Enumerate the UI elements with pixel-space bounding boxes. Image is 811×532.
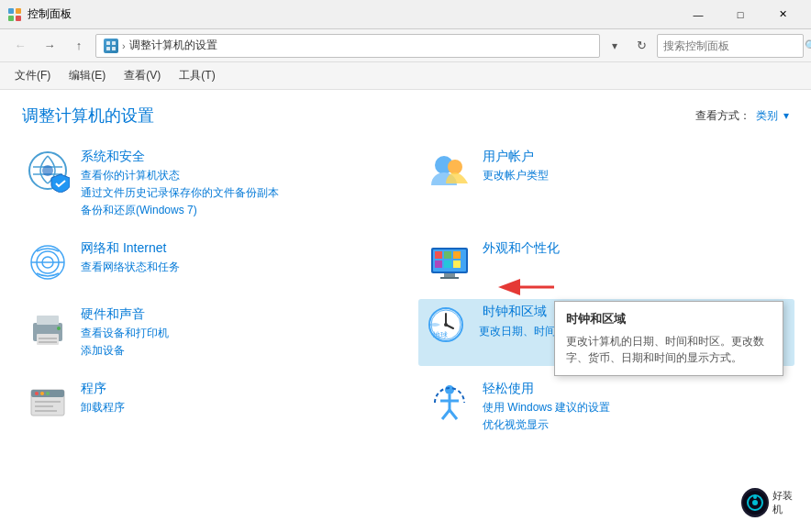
svg-point-38 [444, 323, 448, 327]
system-link-0[interactable]: 查看你的计算机状态 [81, 168, 383, 183]
minimize-button[interactable]: — [677, 0, 719, 29]
forward-button[interactable]: → [37, 33, 62, 59]
breadcrumb[interactable]: › 调整计算机的设置 [95, 34, 600, 58]
programs-link-0[interactable]: 卸载程序 [81, 400, 383, 416]
svg-point-56 [752, 500, 758, 505]
system-link-1[interactable]: 通过文件历史记录保存你的文件备份副本 [81, 185, 383, 201]
ease-info: 轻松使用 使用 Windows 建议的设置 优化视觉显示 [483, 381, 785, 433]
page-title: 调整计算机的设置 [22, 105, 154, 127]
menu-tools[interactable]: 工具(T) [172, 64, 222, 87]
tooltip-description: 更改计算机的日期、时间和时区。更改数字、货币、日期和时间的显示方式。 [566, 333, 772, 366]
svg-rect-3 [16, 16, 21, 21]
content-header: 调整计算机的设置 查看方式： 类别 ▾ [22, 105, 789, 127]
svg-point-33 [57, 327, 61, 330]
user-icon [428, 149, 472, 193]
appearance-title[interactable]: 外观和个性化 [483, 240, 785, 257]
ease-icon [428, 381, 472, 425]
svg-line-52 [450, 410, 457, 419]
tooltip-title: 时钟和区域 [566, 311, 772, 327]
svg-rect-25 [453, 260, 461, 268]
network-icon [26, 240, 70, 284]
user-info: 用户帐户 更改帐户类型 [483, 149, 785, 183]
watermark-text: 好装机 [772, 489, 800, 516]
svg-rect-47 [35, 410, 57, 412]
refresh-button[interactable]: ↻ [629, 34, 653, 58]
svg-rect-6 [106, 47, 110, 50]
category-ease: 轻松使用 使用 Windows 建议的设置 优化视觉显示 [424, 377, 789, 437]
svg-rect-22 [453, 251, 461, 259]
categories-grid: 系统和安全 查看你的计算机状态 通过文件历史记录保存你的文件备份副本 备份和还原… [22, 145, 789, 437]
category-appearance: 外观和个性化 [424, 237, 789, 288]
hardware-icon [26, 306, 70, 350]
search-box[interactable]: 🔍 [657, 34, 804, 58]
svg-point-44 [46, 392, 50, 395]
svg-rect-20 [435, 251, 442, 259]
programs-info: 程序 卸载程序 [81, 381, 383, 416]
system-title[interactable]: 系统和安全 [81, 149, 383, 165]
network-link-0[interactable]: 查看网络状态和任务 [81, 260, 383, 275]
clock-icon: 地球 [424, 303, 468, 347]
maximize-button[interactable]: □ [719, 0, 761, 29]
network-title[interactable]: 网络和 Internet [81, 240, 383, 257]
appearance-info: 外观和个性化 [483, 240, 785, 260]
svg-rect-26 [444, 273, 455, 277]
svg-point-43 [40, 392, 44, 395]
ease-link-0[interactable]: 使用 Windows 建议的设置 [483, 400, 785, 416]
watermark-icon [741, 488, 769, 517]
user-title[interactable]: 用户帐户 [483, 149, 785, 165]
main-content: 调整计算机的设置 查看方式： 类别 ▾ [0, 90, 811, 532]
ease-title[interactable]: 轻松使用 [483, 381, 785, 397]
svg-point-42 [35, 392, 39, 395]
window-title: 控制面板 [28, 6, 677, 22]
menu-file[interactable]: 文件(F) [7, 64, 58, 87]
svg-point-13 [448, 160, 462, 174]
breadcrumb-icon [104, 39, 118, 53]
view-controls: 查看方式： 类别 ▾ [695, 108, 789, 124]
menu-edit[interactable]: 编辑(E) [61, 64, 113, 87]
category-hardware: 硬件和声音 查看设备和打印机 添加设备 [22, 303, 387, 362]
close-button[interactable]: ✕ [761, 0, 804, 29]
category-programs: 程序 卸载程序 [22, 377, 387, 437]
category-system: 系统和安全 查看你的计算机状态 通过文件历史记录保存你的文件备份副本 备份和还原… [22, 145, 387, 222]
hardware-link-0[interactable]: 查看设备和打印机 [81, 326, 383, 341]
view-dropdown-arrow[interactable]: ▾ [783, 109, 789, 122]
back-button[interactable]: ← [7, 33, 33, 59]
svg-rect-32 [39, 341, 57, 343]
search-input[interactable] [663, 39, 801, 52]
breadcrumb-separator: › [122, 40, 126, 51]
address-dropdown[interactable]: ▾ [604, 34, 626, 58]
svg-rect-21 [444, 251, 451, 259]
svg-rect-0 [8, 8, 14, 14]
search-icon: 🔍 [805, 39, 811, 52]
ease-link-1[interactable]: 优化视觉显示 [483, 417, 785, 433]
title-bar: 控制面板 — □ ✕ [0, 0, 811, 29]
programs-title[interactable]: 程序 [81, 381, 383, 397]
hardware-link-1[interactable]: 添加设备 [81, 343, 383, 359]
programs-icon [26, 381, 70, 425]
address-bar: ← → ↑ › 调整计算机的设置 ▾ ↻ 🔍 [0, 29, 811, 62]
system-info: 系统和安全 查看你的计算机状态 通过文件历史记录保存你的文件备份副本 备份和还原… [81, 149, 383, 218]
tooltip-popup: 时钟和区域 更改计算机的日期、时间和时区。更改数字、货币、日期和时间的显示方式。 [554, 301, 783, 376]
svg-rect-45 [35, 401, 61, 403]
view-label: 查看方式： [695, 108, 750, 124]
svg-rect-4 [106, 41, 110, 45]
svg-point-57 [753, 495, 757, 499]
network-info: 网络和 Internet 查看网络状态和任务 [81, 240, 383, 275]
menu-view[interactable]: 查看(V) [117, 64, 168, 87]
svg-rect-7 [112, 47, 116, 50]
user-link-0[interactable]: 更改帐户类型 [483, 168, 785, 183]
svg-rect-23 [435, 260, 442, 268]
svg-point-48 [445, 385, 454, 394]
watermark: 好装机 [741, 484, 800, 521]
category-network: 网络和 Internet 查看网络状态和任务 [22, 237, 387, 288]
view-type-selector[interactable]: 类别 [756, 108, 778, 124]
appearance-icon [428, 240, 472, 284]
category-user: 用户帐户 更改帐户类型 [424, 145, 789, 222]
menu-bar: 文件(F) 编辑(E) 查看(V) 工具(T) [0, 62, 811, 90]
window-controls: — □ ✕ [677, 0, 804, 29]
hardware-title[interactable]: 硬件和声音 [81, 306, 383, 323]
system-icon [26, 149, 70, 193]
system-link-2[interactable]: 备份和还原(Windows 7) [81, 203, 383, 218]
svg-rect-24 [444, 260, 451, 268]
up-button[interactable]: ↑ [66, 33, 92, 59]
